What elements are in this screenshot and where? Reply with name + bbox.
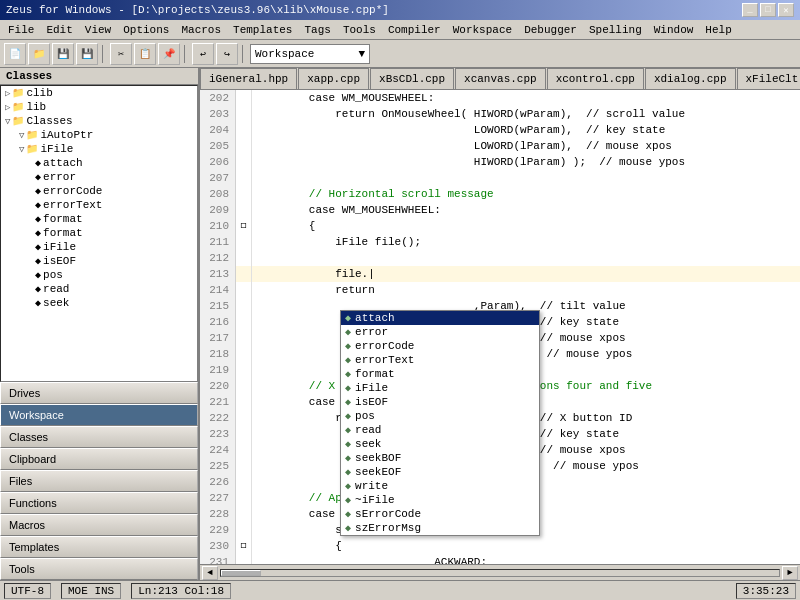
- menu-help[interactable]: Help: [699, 20, 737, 39]
- tree-item-error[interactable]: ◆error: [1, 170, 197, 184]
- nav-btn-functions[interactable]: Functions: [0, 492, 198, 514]
- ac-item-iFile[interactable]: ◆iFile: [341, 381, 539, 395]
- line-content[interactable]: LOWORD(wParam), // key state: [252, 122, 665, 138]
- nav-btn-workspace[interactable]: Workspace: [0, 404, 198, 426]
- menu-view[interactable]: View: [79, 20, 117, 39]
- nav-btn-classes[interactable]: Classes: [0, 426, 198, 448]
- tree-item-read[interactable]: ◆read: [1, 282, 197, 296]
- menu-macros[interactable]: Macros: [175, 20, 227, 39]
- ac-item-write[interactable]: ◆write: [341, 479, 539, 493]
- tab-xcanvas-cpp[interactable]: xcanvas.cpp: [455, 68, 546, 89]
- menu-window[interactable]: Window: [648, 20, 700, 39]
- tree-item-clib[interactable]: ▷📁clib: [1, 86, 197, 100]
- tree-item-format[interactable]: ◆format: [1, 226, 197, 240]
- menu-file[interactable]: File: [2, 20, 40, 39]
- ac-item-format[interactable]: ◆format: [341, 367, 539, 381]
- ac-item-errorCode[interactable]: ◆errorCode: [341, 339, 539, 353]
- tab-xdialog-cpp[interactable]: xdialog.cpp: [645, 68, 736, 89]
- ac-item-errorText[interactable]: ◆errorText: [341, 353, 539, 367]
- ac-item-attach[interactable]: ◆attach: [341, 311, 539, 325]
- tab-xBsCDl-cpp[interactable]: xBsCDl.cpp: [370, 68, 454, 89]
- nav-btn-clipboard[interactable]: Clipboard: [0, 448, 198, 470]
- ac-item-pos[interactable]: ◆pos: [341, 409, 539, 423]
- tree-item-lib[interactable]: ▷📁lib: [1, 100, 197, 114]
- tab-xcontrol-cpp[interactable]: xcontrol.cpp: [547, 68, 644, 89]
- line-content[interactable]: case WM_MOUSEHWHEEL:: [252, 202, 441, 218]
- line-content[interactable]: [252, 474, 256, 490]
- line-content[interactable]: case i: [252, 506, 348, 522]
- nav-btn-tools[interactable]: Tools: [0, 558, 198, 580]
- toolbar-undo[interactable]: ↩: [192, 43, 214, 65]
- toolbar-redo[interactable]: ↪: [216, 43, 238, 65]
- scroll-thumb-h[interactable]: [221, 570, 261, 576]
- line-content[interactable]: return: [252, 282, 375, 298]
- tree-item-iseof[interactable]: ◆isEOF: [1, 254, 197, 268]
- close-button[interactable]: ✕: [778, 3, 794, 17]
- tree-item-pos[interactable]: ◆pos: [1, 268, 197, 282]
- nav-btn-templates[interactable]: Templates: [0, 536, 198, 558]
- line-content[interactable]: LOWORD(lParam), // mouse xpos: [252, 138, 672, 154]
- horizontal-scrollbar[interactable]: ◄ ►: [200, 564, 800, 580]
- tree-item-classes[interactable]: ▽📁Classes: [1, 114, 197, 128]
- tree-item-errorcode[interactable]: ◆errorCode: [1, 184, 197, 198]
- tree-item-ifile[interactable]: ▽📁iFile: [1, 142, 197, 156]
- line-content[interactable]: iFile file();: [252, 234, 421, 250]
- tree-item-iautoptr[interactable]: ▽📁iAutoPtr: [1, 128, 197, 142]
- tab-xFileClt-cpp[interactable]: xFileClt.cpp: [737, 68, 800, 89]
- tree-item-errortext[interactable]: ◆errorText: [1, 198, 197, 212]
- line-content[interactable]: [252, 170, 256, 186]
- menu-tools[interactable]: Tools: [337, 20, 382, 39]
- ac-item-seekEOF[interactable]: ◆seekEOF: [341, 465, 539, 479]
- tree-view[interactable]: ▷📁clib▷📁lib▽📁Classes▽📁iAutoPtr▽📁iFile◆at…: [0, 85, 198, 382]
- menu-debugger[interactable]: Debugger: [518, 20, 583, 39]
- ac-item-seek[interactable]: ◆seek: [341, 437, 539, 451]
- code-area[interactable]: 202 case WM_MOUSEWHEEL:203 return OnMous…: [200, 90, 800, 564]
- minimize-button[interactable]: _: [742, 3, 758, 17]
- toolbar-new[interactable]: 📄: [4, 43, 26, 65]
- line-content[interactable]: {: [252, 218, 315, 234]
- line-content[interactable]: HIWORD(lParam) ); // mouse ypos: [252, 154, 685, 170]
- line-content[interactable]: // App: [252, 490, 348, 506]
- toolbar-copy[interactable]: 📋: [134, 43, 156, 65]
- ac-item-isEOF[interactable]: ◆isEOF: [341, 395, 539, 409]
- tree-item-seek[interactable]: ◆seek: [1, 296, 197, 310]
- nav-btn-drives[interactable]: Drives: [0, 382, 198, 404]
- ac-item-~iFile[interactable]: ◆~iFile: [341, 493, 539, 507]
- menu-tags[interactable]: Tags: [298, 20, 336, 39]
- toolbar-paste[interactable]: 📌: [158, 43, 180, 65]
- line-content[interactable]: [252, 362, 256, 378]
- menu-options[interactable]: Options: [117, 20, 175, 39]
- tree-item-attach[interactable]: ◆attach: [1, 156, 197, 170]
- nav-btn-macros[interactable]: Macros: [0, 514, 198, 536]
- tree-item-format[interactable]: ◆format: [1, 212, 197, 226]
- toolbar-save2[interactable]: 💾: [76, 43, 98, 65]
- maximize-button[interactable]: □: [760, 3, 776, 17]
- tab-xapp-cpp[interactable]: xapp.cpp: [298, 68, 369, 89]
- toolbar-cut[interactable]: ✂: [110, 43, 132, 65]
- menu-spelling[interactable]: Spelling: [583, 20, 648, 39]
- line-content[interactable]: case WM_MOUSEWHEEL:: [252, 90, 434, 106]
- menu-edit[interactable]: Edit: [40, 20, 78, 39]
- line-content[interactable]: [252, 250, 256, 266]
- line-content[interactable]: ACKWARD:: [252, 554, 487, 564]
- toolbar-open[interactable]: 📁: [28, 43, 50, 65]
- line-content[interactable]: su: [252, 522, 348, 538]
- line-content[interactable]: file.|: [252, 266, 375, 282]
- tree-item-ifile[interactable]: ◆iFile: [1, 240, 197, 254]
- menu-compiler[interactable]: Compiler: [382, 20, 447, 39]
- scroll-left[interactable]: ◄: [202, 566, 218, 580]
- line-content[interactable]: {: [252, 538, 342, 554]
- ac-item-error[interactable]: ◆error: [341, 325, 539, 339]
- toolbar-save[interactable]: 💾: [52, 43, 74, 65]
- scroll-right[interactable]: ►: [782, 566, 798, 580]
- line-content[interactable]: // Horizontal scroll message: [252, 186, 494, 202]
- menu-templates[interactable]: Templates: [227, 20, 298, 39]
- workspace-dropdown[interactable]: Workspace ▼: [250, 44, 370, 64]
- nav-btn-files[interactable]: Files: [0, 470, 198, 492]
- tab-iGeneral-hpp[interactable]: iGeneral.hpp: [200, 68, 297, 89]
- ac-item-read[interactable]: ◆read: [341, 423, 539, 437]
- ac-item-szErrorMsg[interactable]: ◆szErrorMsg: [341, 521, 539, 535]
- line-content[interactable]: return OnMouseWheel( HIWORD(wParam), // …: [252, 106, 685, 122]
- menu-workspace[interactable]: Workspace: [447, 20, 518, 39]
- line-content[interactable]: case i: [252, 394, 348, 410]
